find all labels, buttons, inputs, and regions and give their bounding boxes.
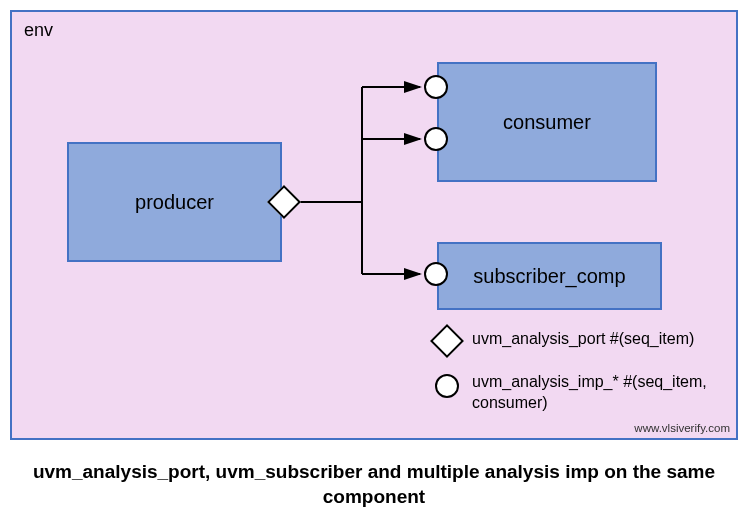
subscriber-box: subscriber_comp bbox=[437, 242, 662, 310]
legend-imp-text: uvm_analysis_imp_* #(seq_item, consumer) bbox=[472, 372, 722, 414]
legend-diamond-icon bbox=[430, 324, 464, 358]
legend-port-text: uvm_analysis_port #(seq_item) bbox=[472, 330, 694, 348]
subscriber-label: subscriber_comp bbox=[473, 265, 625, 288]
producer-box: producer bbox=[67, 142, 282, 262]
consumer-label: consumer bbox=[503, 111, 591, 134]
producer-label: producer bbox=[135, 191, 214, 214]
env-label: env bbox=[24, 20, 53, 41]
consumer-box: consumer bbox=[437, 62, 657, 182]
analysis-imp-icon bbox=[424, 75, 448, 99]
env-container: env producer consumer subscriber_comp uv… bbox=[10, 10, 738, 440]
caption: uvm_analysis_port, uvm_subscriber and mu… bbox=[0, 459, 748, 510]
legend-circle-icon bbox=[435, 374, 459, 398]
analysis-imp-icon bbox=[424, 127, 448, 151]
analysis-imp-icon bbox=[424, 262, 448, 286]
watermark: www.vlsiverify.com bbox=[634, 422, 730, 434]
